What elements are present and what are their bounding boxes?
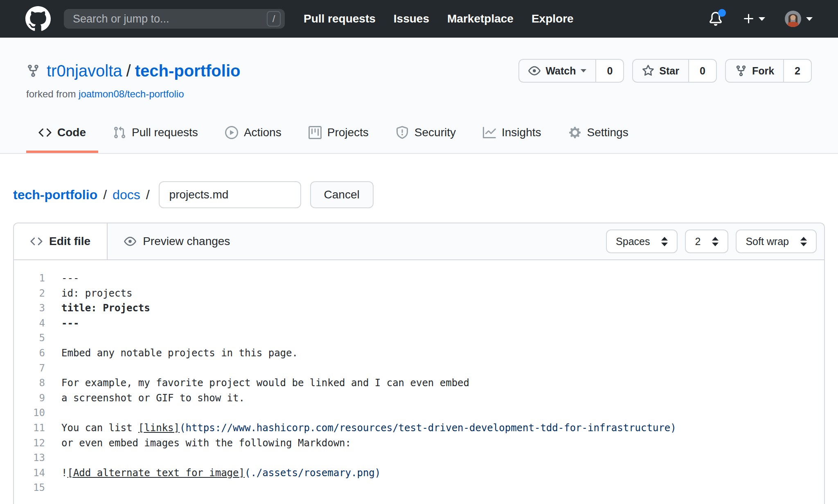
code-icon <box>38 126 52 139</box>
git-pull-request-icon <box>113 126 126 139</box>
code-line: 15 <box>14 480 824 495</box>
code-line: 7 <box>14 361 824 376</box>
nav-item-issues[interactable]: Issues <box>394 12 429 25</box>
tab-projects[interactable]: Projects <box>296 115 381 153</box>
line-content <box>45 331 61 346</box>
line-number: 11 <box>14 421 45 436</box>
tab-label: Settings <box>587 126 628 139</box>
repo-header: tr0njavolta/tech-portfolio Watch0Star0Fo… <box>0 38 838 154</box>
file-editor: Edit file Preview changes Spaces2Soft wr… <box>13 223 825 504</box>
code-icon <box>30 235 43 248</box>
line-content: title: Projects <box>45 301 150 316</box>
indent-mode-select[interactable]: Spaces <box>606 230 678 253</box>
watch-label: Watch <box>545 65 576 77</box>
watch-count[interactable]: 0 <box>596 59 624 83</box>
repo-tab-nav: CodePull requestsActionsProjectsSecurity… <box>26 115 812 153</box>
repo-title: tr0njavolta/tech-portfolio <box>47 62 240 80</box>
nav-item-explore[interactable]: Explore <box>532 12 574 25</box>
plus-icon <box>742 12 755 25</box>
code-line: 14![Add alternate text for image](./asse… <box>14 466 824 481</box>
repo-name-link[interactable]: tech-portfolio <box>135 62 241 80</box>
line-number: 9 <box>14 391 45 406</box>
fork-count[interactable]: 2 <box>784 59 812 83</box>
global-nav: Pull requestsIssuesMarketplaceExplore <box>304 12 592 25</box>
code-segment-plain: Embed any notable projects in this page. <box>61 347 298 359</box>
line-number: 3 <box>14 301 45 316</box>
code-line: 12or even embed images with the followin… <box>14 436 824 451</box>
eye-icon <box>528 65 541 77</box>
star-count[interactable]: 0 <box>689 59 717 83</box>
code-segment-url: (https://www.hashicorp.com/resources/tes… <box>180 422 676 434</box>
repo-owner-link[interactable]: tr0njavolta <box>47 62 122 80</box>
code-segment-link: [links] <box>138 422 180 434</box>
code-line: 5 <box>14 331 824 346</box>
global-header: / Pull requestsIssuesMarketplaceExplore <box>0 0 838 38</box>
eye-icon <box>124 235 136 248</box>
github-logo[interactable] <box>25 6 51 32</box>
breadcrumb-separator: / <box>103 187 107 202</box>
repo-forked-icon <box>26 64 40 78</box>
filename-input[interactable] <box>159 181 301 208</box>
star-button[interactable]: Star <box>632 59 689 83</box>
tab-insights[interactable]: Insights <box>471 115 554 153</box>
fork-button[interactable]: Fork <box>725 59 784 83</box>
breadcrumb-repo-link[interactable]: tech-portfolio <box>13 187 97 202</box>
breadcrumb: tech-portfolio / docs / Cancel <box>13 181 825 209</box>
watch-button[interactable]: Watch <box>518 59 596 83</box>
code-line: 3title: Projects <box>14 301 824 316</box>
edit-file-tab-label: Edit file <box>49 235 90 248</box>
indent-size-select[interactable]: 2 <box>685 230 728 253</box>
code-line: 9a screenshot or GIF to show it. <box>14 391 824 406</box>
line-number: 13 <box>14 450 45 466</box>
line-content: --- <box>45 271 79 286</box>
wrap-mode-select[interactable]: Soft wrap <box>736 230 817 253</box>
line-number: 2 <box>14 286 45 301</box>
code-segment-link: [Add alternate text for image] <box>67 467 244 479</box>
select-value: 2 <box>695 236 701 248</box>
tab-label: Projects <box>327 126 369 139</box>
updown-arrows-icon <box>712 237 719 246</box>
search-box[interactable]: / <box>64 9 285 29</box>
breadcrumb-folder-link[interactable]: docs <box>113 187 140 202</box>
breadcrumb-separator: / <box>146 187 150 202</box>
slash-key-hint: / <box>267 11 281 27</box>
code-segment-plain: or even embed images with the following … <box>61 437 351 449</box>
nav-item-marketplace[interactable]: Marketplace <box>447 12 514 25</box>
tab-preview-changes[interactable]: Preview changes <box>124 235 230 248</box>
code-segment-plain: You can list <box>61 422 138 434</box>
tab-pull-requests[interactable]: Pull requests <box>101 115 210 153</box>
chevron-down-icon <box>806 17 813 21</box>
tab-code[interactable]: Code <box>26 115 98 153</box>
nav-item-pull-requests[interactable]: Pull requests <box>304 12 376 25</box>
code-line: 8For example, my favorite project would … <box>14 376 824 391</box>
notifications-button[interactable] <box>709 12 723 26</box>
line-content: For example, my favorite project would b… <box>45 376 469 391</box>
gear-icon <box>568 126 581 139</box>
project-icon <box>309 126 322 139</box>
code-line: 10 <box>14 405 824 421</box>
tab-settings[interactable]: Settings <box>556 115 641 153</box>
search-input[interactable] <box>64 13 267 25</box>
forked-from-link[interactable]: joatmon08/tech-portfolio <box>79 88 184 99</box>
select-value: Soft wrap <box>746 236 789 248</box>
tab-security[interactable]: Security <box>383 115 468 153</box>
code-segment-plain: id: projects <box>61 288 132 299</box>
create-new-button[interactable] <box>742 12 765 25</box>
line-number: 14 <box>14 466 45 481</box>
editor-header: Edit file Preview changes Spaces2Soft wr… <box>14 223 824 260</box>
line-content: Embed any notable projects in this page. <box>45 346 298 361</box>
preview-changes-tab-label: Preview changes <box>143 235 230 248</box>
line-content <box>45 405 61 421</box>
cancel-button[interactable]: Cancel <box>310 181 374 208</box>
code-editor[interactable]: 1---2id: projects3title: Projects4---56E… <box>14 260 824 495</box>
select-value: Spaces <box>616 236 650 248</box>
tab-edit-file[interactable]: Edit file <box>14 223 108 259</box>
line-number: 1 <box>14 271 45 286</box>
tab-actions[interactable]: Actions <box>213 115 294 153</box>
code-segment-url: (./assets/rosemary.png) <box>245 467 381 479</box>
code-line: 1--- <box>14 271 824 286</box>
user-menu-button[interactable] <box>785 11 813 27</box>
star-label: Star <box>659 65 679 77</box>
line-content: a screenshot or GIF to show it. <box>45 391 245 406</box>
chevron-down-icon <box>759 17 765 21</box>
